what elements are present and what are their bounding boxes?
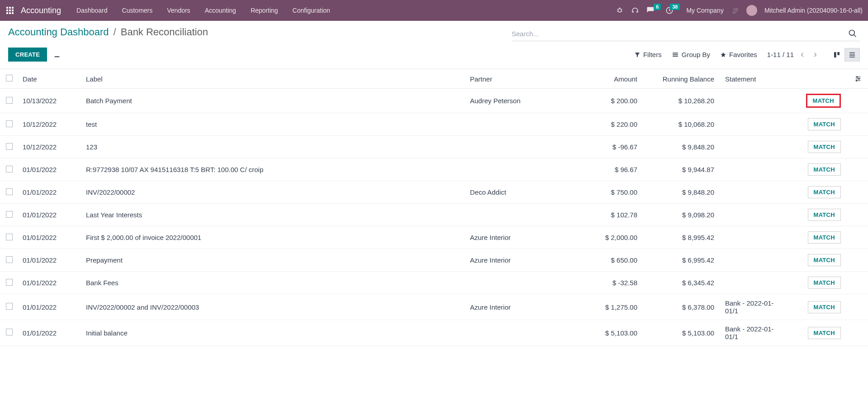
pager-text[interactable]: 1-11 / 11 (767, 51, 794, 58)
apps-icon[interactable] (5, 6, 14, 15)
match-button[interactable]: MATCH (808, 231, 841, 244)
match-button[interactable]: MATCH (808, 254, 841, 266)
breadcrumb: Accounting Dashboard / Bank Reconciliati… (8, 26, 208, 38)
cell-spacer (850, 249, 868, 272)
tools-icon[interactable] (731, 5, 741, 15)
columns-settings-icon[interactable] (854, 75, 863, 82)
row-checkbox[interactable] (6, 120, 13, 127)
cell-date: 01/01/2022 (18, 272, 81, 294)
table-row[interactable]: 01/01/2022Last Year Interests$ 102.78$ 9… (0, 204, 868, 226)
cell-running-balance: $ 9,848.20 (642, 136, 719, 158)
filter-group: Filters Group By Favorites (634, 51, 757, 58)
company-selector[interactable]: My Company (686, 7, 723, 14)
row-checkbox[interactable] (6, 188, 13, 195)
pager-next-icon[interactable] (811, 52, 819, 58)
svg-rect-3 (6, 10, 8, 11)
pager-prev-icon[interactable] (798, 52, 806, 58)
match-button[interactable]: MATCH (808, 277, 841, 289)
column-header-label[interactable]: Label (81, 69, 465, 89)
match-button[interactable]: MATCH (808, 163, 841, 176)
view-switcher (829, 48, 860, 62)
favorites-label: Favorites (729, 51, 757, 58)
cell-amount: $ 96.67 (569, 158, 642, 181)
row-checkbox[interactable] (6, 303, 13, 310)
table-row[interactable]: 01/01/2022Initial balance$ 5,103.00$ 5,1… (0, 320, 868, 346)
messages-icon[interactable]: 6 (645, 5, 655, 15)
app-brand[interactable]: Accounting (21, 6, 61, 15)
match-button[interactable]: MATCH (808, 118, 841, 130)
cell-statement: Bank - 2022-01-01/1 (719, 294, 791, 320)
row-checkbox[interactable] (6, 329, 13, 335)
groupby-button[interactable]: Group By (672, 51, 710, 58)
table-row[interactable]: 01/01/2022First $ 2,000.00 of invoice 20… (0, 226, 868, 249)
row-checkbox[interactable] (6, 143, 13, 150)
match-button[interactable]: MATCH (808, 327, 841, 339)
bug-icon[interactable] (615, 5, 625, 15)
match-button[interactable]: MATCH (808, 209, 841, 221)
cell-partner (465, 158, 569, 181)
table-row[interactable]: 01/01/2022R:9772938 10/07 AX 9415116318 … (0, 158, 868, 181)
support-icon[interactable] (630, 5, 640, 15)
user-menu[interactable]: Mitchell Admin (20204090-16-0-all) (764, 7, 863, 14)
match-button[interactable]: MATCH (808, 301, 841, 313)
match-button[interactable]: MATCH (808, 141, 841, 153)
search-input[interactable] (512, 30, 845, 38)
table-row[interactable]: 01/01/2022INV/2022/00002Deco Addict$ 750… (0, 181, 868, 204)
table-row[interactable]: 01/01/2022Bank Fees$ -32.58$ 6,345.42MAT… (0, 272, 868, 294)
create-button[interactable]: CREATE (8, 48, 47, 62)
activities-badge: 38 (670, 4, 680, 10)
table-row[interactable]: 01/01/2022INV/2022/00002 and INV/2022/00… (0, 294, 868, 320)
user-avatar[interactable] (746, 5, 757, 16)
svg-rect-6 (6, 12, 8, 14)
column-header-date[interactable]: Date (18, 69, 81, 89)
cell-label: R:9772938 10/07 AX 9415116318 T:5 BRT: 1… (81, 158, 465, 181)
breadcrumb-parent[interactable]: Accounting Dashboard (8, 26, 109, 38)
cell-spacer (850, 204, 868, 226)
nav-link-reporting[interactable]: Reporting (243, 0, 285, 21)
column-header-partner[interactable]: Partner (465, 69, 569, 89)
cell-partner (465, 272, 569, 294)
pager: 1-11 / 11 (767, 51, 819, 58)
cell-statement: Bank - 2022-01-01/1 (719, 320, 791, 346)
kanban-view-button[interactable] (829, 48, 844, 62)
cell-statement (719, 113, 791, 136)
table-row[interactable]: 10/13/2022Batch PaymentAudrey Peterson$ … (0, 89, 868, 113)
table-row[interactable]: 01/01/2022PrepaymentAzure Interior$ 650.… (0, 249, 868, 272)
table-row[interactable]: 10/12/2022123$ -96.67$ 9,848.20MATCH (0, 136, 868, 158)
cell-label: Last Year Interests (81, 204, 465, 226)
cell-amount: $ 1,275.00 (569, 294, 642, 320)
svg-rect-26 (849, 57, 855, 57)
nav-link-vendors[interactable]: Vendors (160, 0, 197, 21)
nav-link-configuration[interactable]: Configuration (285, 0, 337, 21)
cell-partner: Audrey Peterson (465, 89, 569, 113)
cell-label: test (81, 113, 465, 136)
cell-running-balance: $ 9,944.87 (642, 158, 719, 181)
nav-link-customers[interactable]: Customers (115, 0, 160, 21)
favorites-button[interactable]: Favorites (720, 51, 757, 58)
cell-label: INV/2022/00002 (81, 181, 465, 204)
match-button[interactable]: MATCH (808, 186, 841, 198)
cell-amount: $ 5,103.00 (569, 320, 642, 346)
column-header-amount[interactable]: Amount (569, 69, 642, 89)
nav-link-accounting[interactable]: Accounting (198, 0, 243, 21)
import-icon[interactable] (53, 51, 61, 58)
select-all-checkbox[interactable] (6, 75, 13, 81)
row-checkbox[interactable] (6, 97, 13, 104)
row-checkbox[interactable] (6, 166, 13, 172)
column-header-statement[interactable]: Statement (719, 69, 791, 89)
list-view-button[interactable] (844, 48, 860, 62)
search-icon[interactable] (845, 28, 860, 39)
cell-running-balance: $ 6,345.42 (642, 272, 719, 294)
cell-running-balance: $ 8,995.42 (642, 226, 719, 249)
match-button[interactable]: MATCH (806, 94, 841, 108)
row-checkbox[interactable] (6, 256, 13, 263)
filters-button[interactable]: Filters (634, 51, 662, 58)
column-header-balance[interactable]: Running Balance (642, 69, 719, 89)
row-checkbox[interactable] (6, 211, 13, 218)
activities-icon[interactable]: 38 (664, 5, 674, 15)
row-checkbox[interactable] (6, 234, 13, 240)
nav-link-dashboard[interactable]: Dashboard (69, 0, 115, 21)
table-row[interactable]: 10/12/2022test$ 220.00$ 10,068.20MATCH (0, 113, 868, 136)
svg-rect-2 (12, 7, 14, 9)
row-checkbox[interactable] (6, 279, 13, 286)
